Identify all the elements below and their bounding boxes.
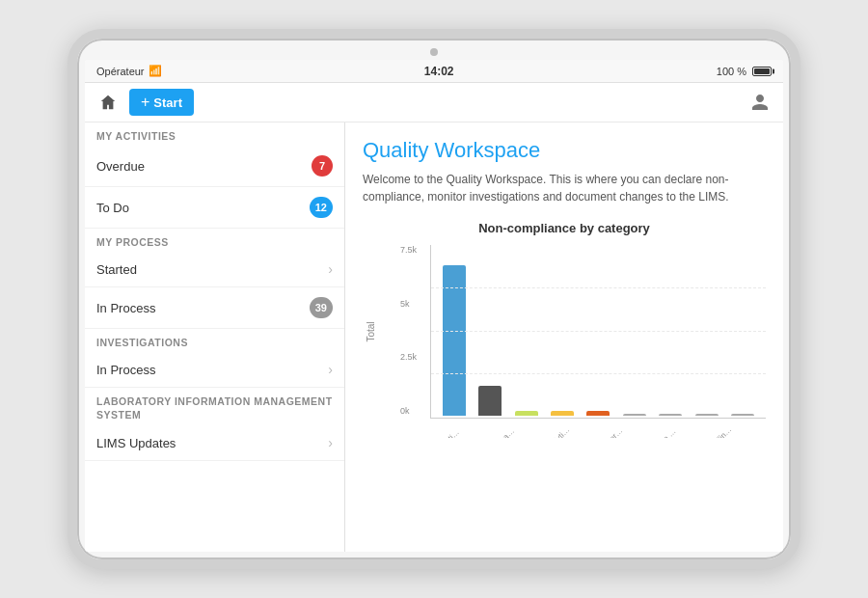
bar-group-5: [619, 414, 649, 416]
workspace-description: Welcome to the Quality Workspace. This i…: [363, 171, 766, 205]
x-label-1: Produits sanguins l... (21): [463, 421, 511, 438]
bar-group-3: [547, 411, 577, 416]
sidebar-item-lims-updates[interactable]: LIMS Updates ›: [85, 425, 344, 461]
y-axis-label: Total: [366, 321, 376, 341]
x-label-0: Pré-analytique (13): [409, 421, 457, 438]
y-label-25k: 2.5k: [400, 352, 417, 362]
bar-7: [695, 414, 719, 416]
status-bar: Opérateur 📶 14:02 100 %: [85, 60, 783, 83]
inv-inprocess-label: In Process: [96, 363, 322, 377]
section-header-process: MY PROCESS: [85, 229, 344, 252]
bar-2: [515, 411, 538, 416]
y-label-0k: 0k: [400, 406, 417, 416]
screen: Opérateur 📶 14:02 100 % +: [85, 60, 783, 552]
bar-group-2: [511, 411, 541, 416]
x-axis-labels: Pré-analytique (13)Produits sanguins l..…: [401, 421, 766, 438]
bar-8: [731, 414, 754, 416]
overdue-badge: 7: [312, 155, 333, 177]
chart-bars: [439, 245, 758, 418]
chart-container: Non-compliance by category Total 7.5k 5k…: [363, 221, 766, 438]
sidebar: MY ACTIVITIES Overdue 7 To Do 12 MY PROC…: [85, 122, 345, 552]
workspace-title: Quality Workspace: [363, 138, 766, 163]
right-panel: Quality Workspace Welcome to the Quality…: [345, 122, 783, 552]
bar-group-8: [728, 414, 758, 416]
bar-group-1: [475, 386, 504, 416]
lims-section-title: LABORATORY INFORMATION MANAGEMENT SYSTEM: [96, 395, 333, 421]
operator-label: Opérateur: [96, 66, 145, 77]
todo-label: To Do: [96, 201, 310, 215]
x-label-3: Aide de services (20): [571, 421, 619, 438]
sidebar-item-inprocess[interactable]: In Process 39: [85, 287, 344, 329]
plus-icon: +: [141, 94, 149, 111]
toolbar: + Start: [85, 83, 783, 122]
lims-updates-label: LIMS Updates: [96, 436, 322, 450]
camera: [430, 48, 438, 56]
grid-line-75k: [431, 373, 766, 374]
chart-area: 7.5k 5k 2.5k 0k: [430, 245, 766, 419]
section-header-activities: MY ACTIVITIES: [85, 122, 344, 146]
bar-group-7: [692, 414, 721, 416]
y-label-5k: 5k: [400, 299, 417, 309]
chevron-icon: ›: [328, 261, 333, 277]
wifi-icon: 📶: [149, 65, 162, 77]
status-time: 14:02: [424, 65, 454, 78]
grid-line-25k: [431, 287, 766, 288]
chart-title: Non-compliance by category: [363, 221, 766, 235]
grid-line-5k: [431, 331, 766, 332]
bar-1: [478, 386, 502, 416]
chevron-icon-lims: ›: [328, 435, 333, 450]
bar-5: [623, 414, 646, 416]
bar-6: [659, 414, 682, 416]
start-button[interactable]: + Start: [129, 89, 194, 116]
chevron-icon-inv: ›: [328, 362, 333, 377]
y-label-75k: 7.5k: [400, 245, 417, 255]
x-label-6: Documents (06): [733, 421, 766, 438]
battery-icon: [752, 67, 772, 76]
section-header-lims: LABORATORY INFORMATION MANAGEMENT SYSTEM: [85, 388, 344, 425]
inprocess-badge: 39: [310, 297, 333, 318]
bar-group-4: [583, 411, 613, 416]
sidebar-item-inv-inprocess[interactable]: In Process ›: [85, 352, 344, 388]
bar-group-6: [656, 414, 686, 416]
tablet-frame: Opérateur 📶 14:02 100 % +: [68, 29, 800, 569]
sidebar-item-todo[interactable]: To Do 12: [85, 187, 344, 229]
sidebar-item-overdue[interactable]: Overdue 7: [85, 146, 344, 187]
started-label: Started: [96, 262, 322, 277]
status-right: 100 %: [717, 66, 772, 77]
start-label: Start: [153, 95, 182, 110]
main-content: MY ACTIVITIES Overdue 7 To Do 12 MY PROC…: [85, 122, 783, 552]
status-left: Opérateur 📶: [96, 65, 162, 77]
inprocess-label: In Process: [96, 301, 310, 315]
bar-4: [586, 411, 610, 416]
x-label-2: Post-analytique (16): [517, 421, 565, 438]
x-label-5: Gestion d'inventaire (04): [679, 421, 727, 438]
overdue-label: Overdue: [96, 159, 312, 174]
x-label-4: Analytique (15): [625, 421, 673, 438]
section-header-investigations: INVESTIGATIONS: [85, 329, 344, 352]
toolbar-left: + Start: [95, 89, 194, 116]
user-button[interactable]: [746, 89, 773, 116]
bar-3: [551, 411, 574, 416]
battery-percent: 100 %: [717, 66, 746, 77]
home-button[interactable]: [95, 89, 122, 116]
sidebar-item-started[interactable]: Started ›: [85, 252, 344, 287]
todo-badge: 12: [310, 197, 333, 218]
